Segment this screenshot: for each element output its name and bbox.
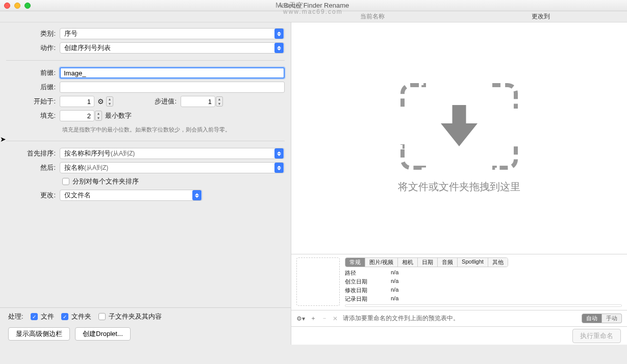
sort1-value: 按名称和序列号 — [64, 149, 111, 158]
download-arrow-icon — [436, 100, 482, 152]
tab-date[interactable]: 日期 — [418, 258, 438, 267]
sort2-select[interactable]: 按名称 (从A到Z) — [60, 162, 285, 173]
suffix-label: 后缀: — [6, 83, 60, 92]
category-select[interactable]: 序号 — [60, 28, 285, 39]
tab-general[interactable]: 常规 — [345, 258, 365, 267]
fill-hint: 填充是指数字中的最小位数。如果数字位数较少，则会插入前导零。 — [62, 126, 291, 134]
add-button[interactable]: ＋ — [310, 314, 316, 323]
dropzone[interactable]: 将文件或文件夹拖拽到这里 — [291, 22, 627, 254]
info-recorded-label: 记录日期 — [345, 295, 391, 303]
files-checkbox[interactable]: ✓ — [31, 313, 38, 320]
actionbar-hint: 请添加要重命名的文件到上面的预览表中。 — [343, 314, 459, 323]
remove-button[interactable]: － — [321, 314, 328, 323]
show-sidebar-button[interactable]: 显示高级侧边栏 — [8, 327, 70, 341]
step-label: 步进值: — [144, 97, 181, 106]
sort1-select[interactable]: 按名称和序列号 (从A到Z) — [60, 148, 285, 159]
change-select[interactable]: 仅文件名 — [60, 190, 203, 201]
gear-icon[interactable]: ⚙ — [95, 96, 106, 107]
info-tabs: 常规 图片/视频 相机 日期 音频 Spotlight 其他 — [345, 257, 508, 267]
start-input[interactable] — [60, 96, 94, 107]
create-droplet-button[interactable]: 创建Droplet... — [75, 327, 131, 341]
start-label: 开始于: — [6, 97, 60, 106]
fill-label: 填充: — [6, 111, 60, 120]
folders-label: 文件夹 — [71, 312, 91, 321]
auto-button[interactable]: 自动 — [582, 314, 602, 323]
info-path-label: 路径 — [345, 269, 391, 277]
dropdown-arrow-icon — [274, 29, 284, 39]
start-stepper[interactable]: ▲▼ — [106, 96, 113, 107]
action-value: 创建序列号列表 — [64, 43, 111, 53]
dropdown-arrow-icon — [192, 190, 202, 200]
dropzone-text: 将文件或文件夹拖拽到这里 — [398, 180, 520, 194]
category-value: 序号 — [64, 29, 78, 38]
cursor-icon: ➤ — [0, 135, 6, 143]
info-created-label: 创立日期 — [345, 278, 391, 285]
close-window-button[interactable] — [4, 3, 10, 9]
clear-button[interactable]: ✕ — [333, 315, 338, 322]
fill-input[interactable] — [60, 110, 94, 121]
zoom-window-button[interactable] — [24, 3, 31, 9]
action-label: 动作: — [6, 43, 60, 53]
sort2-value: 按名称 — [64, 163, 84, 172]
tab-other[interactable]: 其他 — [488, 258, 508, 267]
dropdown-arrow-icon — [274, 163, 284, 173]
tab-image-video[interactable]: 图片/视频 — [365, 258, 398, 267]
info-modified-label: 修改日期 — [345, 287, 391, 294]
subfolders-label: 子文件夹及其内容 — [109, 312, 162, 321]
step-input[interactable] — [181, 96, 215, 107]
info-recorded-value: n/a — [391, 295, 398, 303]
info-created-value: n/a — [391, 278, 398, 285]
fill-stepper[interactable]: ▲▼ — [95, 111, 102, 121]
change-value: 仅文件名 — [64, 191, 91, 200]
prefix-input[interactable] — [60, 67, 285, 79]
subfolders-checkbox[interactable] — [98, 313, 106, 320]
minimize-window-button[interactable] — [14, 3, 20, 9]
change-label: 更改: — [6, 191, 60, 200]
info-path-value: n/a — [391, 269, 398, 277]
column-header-change-to: 更改到 — [454, 12, 627, 21]
process-label: 处理: — [8, 312, 23, 321]
sort1-label: 首先排序: — [6, 149, 60, 158]
tab-audio[interactable]: 音频 — [438, 258, 458, 267]
watermark-url: www.mac69.com — [283, 8, 343, 15]
files-label: 文件 — [41, 312, 54, 321]
step-stepper[interactable]: ▲▼ — [216, 96, 223, 107]
execute-rename-button[interactable]: 执行重命名 — [572, 329, 621, 343]
dropzone-icon — [400, 83, 518, 170]
fill-unit: 最小数字 — [105, 111, 132, 120]
suffix-input[interactable] — [60, 82, 285, 93]
sort-each-folder-checkbox[interactable] — [62, 178, 69, 185]
category-label: 类别: — [6, 29, 60, 38]
sort2-label: 然后: — [6, 163, 60, 172]
prefix-label: 前缀: — [6, 68, 60, 77]
info-modified-value: n/a — [391, 287, 398, 294]
dropdown-arrow-icon — [274, 148, 284, 159]
sort1-sub: (从A到Z) — [111, 149, 135, 158]
manual-button[interactable]: 手动 — [602, 314, 622, 323]
thumbnail-placeholder — [296, 257, 340, 306]
sort2-sub: (从A到Z) — [84, 164, 108, 172]
tab-spotlight[interactable]: Spotlight — [458, 258, 488, 267]
action-select[interactable]: 创建序列号列表 — [60, 42, 285, 54]
sort-each-folder-label: 分别对每个文件夹排序 — [72, 177, 139, 186]
folders-checkbox[interactable]: ✓ — [61, 313, 68, 320]
tab-camera[interactable]: 相机 — [398, 258, 418, 267]
info-empty-box — [345, 304, 622, 307]
dropdown-arrow-icon — [274, 43, 284, 53]
gear-menu-icon[interactable]: ⚙▾ — [296, 315, 305, 322]
